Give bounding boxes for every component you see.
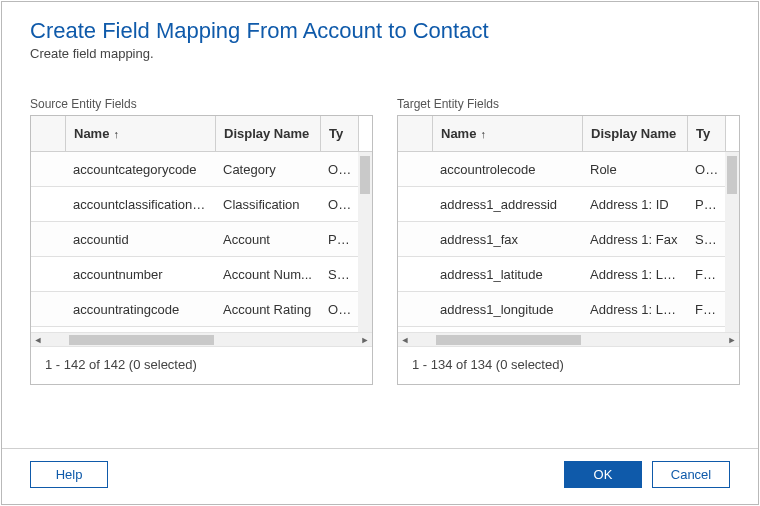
- cell-type: Opti: [687, 162, 725, 177]
- select-all-column[interactable]: [398, 116, 432, 151]
- cancel-button[interactable]: Cancel: [652, 461, 730, 488]
- cell-type: Prim: [687, 197, 725, 212]
- table-row[interactable]: address1_latitudeAddress 1: La...Float: [398, 257, 739, 292]
- ok-button[interactable]: OK: [564, 461, 642, 488]
- cell-display: Account Rating: [215, 302, 320, 317]
- source-grid-status: 1 - 142 of 142 (0 selected): [31, 346, 372, 384]
- cell-name: address1_latitude: [432, 267, 582, 282]
- column-header-type[interactable]: Ty: [687, 116, 725, 151]
- column-header-name-label: Name: [74, 126, 109, 141]
- cell-display: Category: [215, 162, 320, 177]
- table-row[interactable]: accountcategorycodeCategoryOpti: [31, 152, 372, 187]
- table-row[interactable]: address1_addressidAddress 1: IDPrim: [398, 187, 739, 222]
- scroll-left-icon[interactable]: ◄: [31, 335, 45, 345]
- column-header-display[interactable]: Display Name: [582, 116, 687, 151]
- table-row[interactable]: accountnumberAccount Num...Sing: [31, 257, 372, 292]
- cell-display: Address 1: La...: [582, 267, 687, 282]
- cell-type: Float: [687, 267, 725, 282]
- dialog-header: Create Field Mapping From Account to Con…: [2, 2, 758, 67]
- vertical-scrollbar[interactable]: [725, 152, 739, 332]
- dialog-subtitle: Create field mapping.: [30, 46, 730, 61]
- scroll-left-icon[interactable]: ◄: [398, 335, 412, 345]
- select-all-column[interactable]: [31, 116, 65, 151]
- dialog-window: Create Field Mapping From Account to Con…: [1, 1, 759, 505]
- cell-type: Opti: [320, 197, 358, 212]
- cell-display: Address 1: Lo...: [582, 302, 687, 317]
- cell-display: Account: [215, 232, 320, 247]
- scroll-right-icon[interactable]: ►: [725, 335, 739, 345]
- cell-name: address1_addressid: [432, 197, 582, 212]
- target-grid-status: 1 - 134 of 134 (0 selected): [398, 346, 739, 384]
- cell-name: accountid: [65, 232, 215, 247]
- target-panel-label: Target Entity Fields: [397, 97, 740, 111]
- cell-name: accountrolecode: [432, 162, 582, 177]
- scroll-gutter: [725, 116, 739, 151]
- sort-asc-icon: ↑: [480, 128, 486, 140]
- cell-display: Address 1: ID: [582, 197, 687, 212]
- scroll-gutter: [358, 116, 372, 151]
- help-button[interactable]: Help: [30, 461, 108, 488]
- target-panel: Target Entity Fields Name ↑ Display Name…: [397, 97, 740, 385]
- cell-display: Role: [582, 162, 687, 177]
- table-row[interactable]: accountrolecodeRoleOpti: [398, 152, 739, 187]
- cell-type: Prim: [320, 232, 358, 247]
- cell-name: address1_fax: [432, 232, 582, 247]
- cell-display: Classification: [215, 197, 320, 212]
- target-grid-body: accountrolecodeRoleOptiaddress1_addressi…: [398, 152, 739, 332]
- cell-type: Float: [687, 302, 725, 317]
- column-header-display[interactable]: Display Name: [215, 116, 320, 151]
- dialog-title: Create Field Mapping From Account to Con…: [30, 18, 730, 44]
- cell-display: Address 1: Fax: [582, 232, 687, 247]
- vertical-scrollbar[interactable]: [358, 152, 372, 332]
- source-grid-body: accountcategorycodeCategoryOptiaccountcl…: [31, 152, 372, 332]
- cell-name: accountnumber: [65, 267, 215, 282]
- dialog-footer: Help OK Cancel: [2, 448, 758, 504]
- cell-name: accountclassificationc...: [65, 197, 215, 212]
- column-header-name[interactable]: Name ↑: [432, 116, 582, 151]
- source-grid-header: Name ↑ Display Name Ty: [31, 116, 372, 152]
- cell-type: Sing: [687, 232, 725, 247]
- horizontal-scroll-thumb[interactable]: [436, 335, 581, 345]
- cell-type: Opti: [320, 302, 358, 317]
- cell-name: address1_longitude: [432, 302, 582, 317]
- sort-asc-icon: ↑: [113, 128, 119, 140]
- source-panel: Source Entity Fields Name ↑ Display Name…: [30, 97, 373, 385]
- target-grid: Name ↑ Display Name Ty accountrolecodeRo…: [397, 115, 740, 385]
- target-grid-header: Name ↑ Display Name Ty: [398, 116, 739, 152]
- table-row[interactable]: accountratingcodeAccount RatingOpti: [31, 292, 372, 327]
- horizontal-scroll-thumb[interactable]: [69, 335, 214, 345]
- cell-type: Opti: [320, 162, 358, 177]
- cell-display: Account Num...: [215, 267, 320, 282]
- column-header-type[interactable]: Ty: [320, 116, 358, 151]
- column-header-name[interactable]: Name ↑: [65, 116, 215, 151]
- cell-name: accountcategorycode: [65, 162, 215, 177]
- vertical-scroll-thumb[interactable]: [360, 156, 370, 194]
- source-panel-label: Source Entity Fields: [30, 97, 373, 111]
- table-row[interactable]: accountclassificationc...ClassificationO…: [31, 187, 372, 222]
- scroll-right-icon[interactable]: ►: [358, 335, 372, 345]
- table-row[interactable]: address1_longitudeAddress 1: Lo...Float: [398, 292, 739, 327]
- vertical-scroll-thumb[interactable]: [727, 156, 737, 194]
- source-grid: Name ↑ Display Name Ty accountcategoryco…: [30, 115, 373, 385]
- horizontal-scrollbar[interactable]: ◄ ►: [31, 332, 372, 346]
- cell-type: Sing: [320, 267, 358, 282]
- column-header-name-label: Name: [441, 126, 476, 141]
- horizontal-scrollbar[interactable]: ◄ ►: [398, 332, 739, 346]
- cell-name: accountratingcode: [65, 302, 215, 317]
- dialog-body: Source Entity Fields Name ↑ Display Name…: [2, 67, 758, 395]
- table-row[interactable]: accountidAccountPrim: [31, 222, 372, 257]
- table-row[interactable]: address1_faxAddress 1: FaxSing: [398, 222, 739, 257]
